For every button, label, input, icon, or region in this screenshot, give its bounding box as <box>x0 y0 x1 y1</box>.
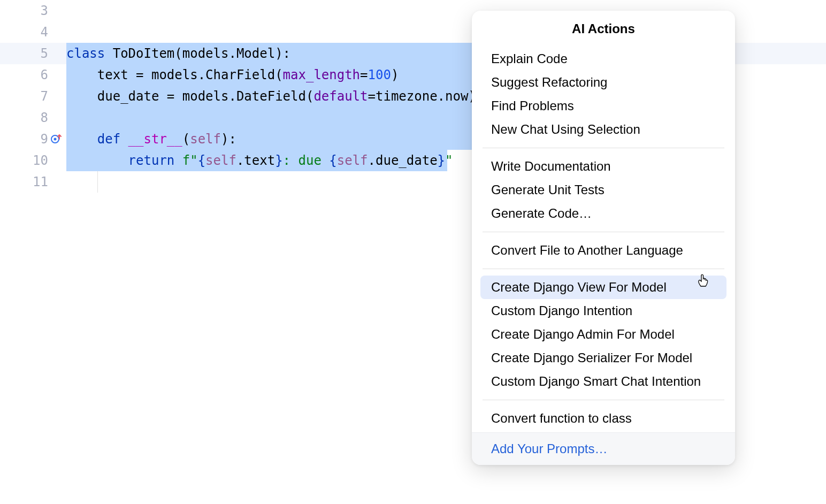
pointer-cursor-icon <box>697 274 709 289</box>
line-number: 4 <box>41 25 48 40</box>
ai-action-item[interactable]: Create Django Admin For Model <box>472 323 735 346</box>
ai-action-item[interactable]: Create Django Serializer For Model <box>472 346 735 370</box>
popup-section: Convert function to class <box>472 404 735 432</box>
popup-divider <box>483 148 724 148</box>
gutter-line-5[interactable]: 5 <box>0 43 64 64</box>
selection-highlight <box>66 107 478 128</box>
gutter-line-3[interactable]: 3 <box>0 0 64 21</box>
code-content: text = models.CharField(max_length=100) <box>66 67 399 82</box>
line-number: 11 <box>33 174 48 189</box>
line-number: 7 <box>41 89 48 104</box>
popup-divider <box>483 400 724 400</box>
popup-divider <box>483 232 724 232</box>
code-content: due_date = models.DateField(default=time… <box>66 89 476 104</box>
gutter-line-7[interactable]: 7 <box>0 86 64 107</box>
ai-action-item[interactable]: Suggest Refactoring <box>472 71 735 94</box>
ai-action-item[interactable]: Generate Code… <box>472 202 735 225</box>
line-number: 5 <box>41 46 48 61</box>
line-number: 3 <box>41 3 48 18</box>
svg-point-1 <box>54 138 57 141</box>
add-prompts-link[interactable]: Add Your Prompts… <box>491 441 607 456</box>
popup-section: Create Django View For ModelCustom Djang… <box>472 273 735 395</box>
code-content: def __str__(self): <box>66 132 236 147</box>
popup-section: Explain CodeSuggest RefactoringFind Prob… <box>472 45 735 143</box>
gutter-line-9[interactable]: 9 <box>0 128 64 150</box>
code-content: class ToDoItem(models.Model): <box>66 46 290 61</box>
line-number: 6 <box>41 67 48 82</box>
ai-action-item[interactable]: Create Django View For Model <box>480 276 726 299</box>
gutter-line-6[interactable]: 6 <box>0 64 64 86</box>
ai-action-item[interactable]: Custom Django Smart Chat Intention <box>472 370 735 393</box>
gutter-line-10[interactable]: 10 <box>0 150 64 171</box>
popup-section: Convert File to Another Language <box>472 236 735 264</box>
popup-section: Write DocumentationGenerate Unit TestsGe… <box>472 152 735 227</box>
override-gutter-icon[interactable] <box>50 133 62 145</box>
ai-action-item[interactable]: Generate Unit Tests <box>472 178 735 202</box>
gutter: 34567891011 <box>0 0 64 504</box>
popup-body: Explain CodeSuggest RefactoringFind Prob… <box>472 45 735 432</box>
gutter-line-4[interactable]: 4 <box>0 21 64 43</box>
gutter-line-11[interactable]: 11 <box>0 171 64 193</box>
ai-actions-popup: AI Actions Explain CodeSuggest Refactori… <box>472 11 735 465</box>
ai-action-item[interactable]: Explain Code <box>472 47 735 71</box>
line-number: 9 <box>41 132 48 147</box>
ai-action-item[interactable]: Convert function to class <box>472 407 735 430</box>
code-content: return f"{self.text}: due {self.due_date… <box>66 153 453 168</box>
line-number: 10 <box>33 153 48 168</box>
ai-action-item[interactable]: New Chat Using Selection <box>472 118 735 141</box>
popup-divider <box>483 269 724 269</box>
ai-action-item[interactable]: Write Documentation <box>472 155 735 178</box>
popup-title: AI Actions <box>472 11 735 45</box>
line-number: 8 <box>41 110 48 125</box>
ai-action-item[interactable]: Convert File to Another Language <box>472 239 735 262</box>
popup-footer[interactable]: Add Your Prompts… <box>472 432 735 465</box>
ai-action-item[interactable]: Custom Django Intention <box>472 299 735 323</box>
gutter-line-8[interactable]: 8 <box>0 107 64 128</box>
ai-action-item[interactable]: Find Problems <box>472 94 735 118</box>
